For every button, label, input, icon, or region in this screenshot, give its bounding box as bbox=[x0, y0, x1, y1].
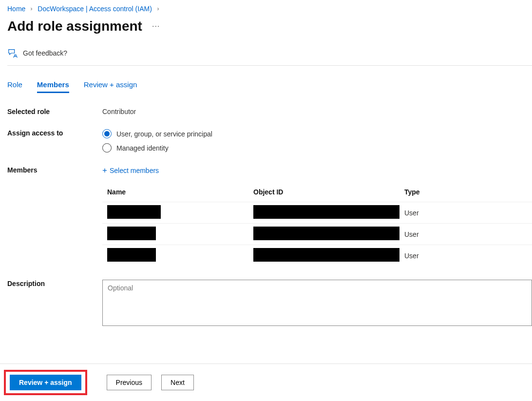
selected-role-label: Selected role bbox=[7, 108, 102, 115]
next-button[interactable]: Next bbox=[161, 375, 194, 390]
radio-managed-identity[interactable]: Managed identity bbox=[102, 143, 532, 153]
table-row[interactable]: User bbox=[102, 223, 532, 245]
review-assign-highlight: Review + assign bbox=[4, 370, 87, 395]
cell-name-redacted bbox=[107, 227, 156, 240]
tab-members[interactable]: Members bbox=[37, 80, 69, 93]
more-actions-button[interactable]: ··· bbox=[152, 22, 160, 31]
description-input[interactable] bbox=[102, 280, 532, 326]
feedback-label: Got feedback? bbox=[23, 49, 67, 57]
members-label: Members bbox=[7, 166, 102, 174]
select-members-link[interactable]: + Select members bbox=[102, 166, 159, 174]
radio-user-group-principal[interactable]: User, group, or service principal bbox=[102, 129, 532, 138]
assign-access-label: Assign access to bbox=[7, 129, 102, 137]
select-members-text: Select members bbox=[110, 167, 159, 174]
radio-unselected-icon bbox=[102, 143, 112, 153]
page-title: Add role assignment bbox=[7, 19, 142, 34]
selected-role-value: Contributor bbox=[102, 108, 532, 115]
col-header-object-id: Object ID bbox=[253, 188, 404, 196]
breadcrumb-home[interactable]: Home bbox=[7, 5, 25, 13]
review-assign-button[interactable]: Review + assign bbox=[10, 375, 81, 390]
feedback-link[interactable]: Got feedback? bbox=[7, 48, 532, 66]
table-row[interactable]: User bbox=[102, 245, 532, 266]
footer: Review + assign Previous Next bbox=[0, 363, 532, 401]
cell-objectid-redacted bbox=[253, 248, 399, 262]
previous-button[interactable]: Previous bbox=[107, 375, 152, 390]
plus-icon: + bbox=[102, 166, 107, 174]
cell-name-redacted bbox=[107, 205, 161, 219]
description-label: Description bbox=[7, 280, 102, 287]
chevron-right-icon bbox=[29, 7, 34, 11]
members-table: Name Object ID Type User User bbox=[102, 183, 532, 266]
col-header-name: Name bbox=[102, 188, 253, 196]
feedback-person-icon bbox=[7, 48, 18, 58]
cell-objectid-redacted bbox=[253, 227, 399, 240]
cell-type: User bbox=[404, 209, 502, 217]
cell-name-redacted bbox=[107, 248, 156, 262]
cell-objectid-redacted bbox=[253, 205, 399, 219]
cell-type: User bbox=[404, 252, 502, 260]
table-row[interactable]: User bbox=[102, 202, 532, 223]
breadcrumb: Home DocWorkspace | Access control (IAM) bbox=[7, 5, 532, 19]
radio-selected-icon bbox=[102, 129, 112, 138]
tabs: Role Members Review + assign bbox=[7, 80, 532, 93]
tab-role[interactable]: Role bbox=[7, 80, 22, 93]
assign-access-radio-group: User, group, or service principal Manage… bbox=[102, 129, 532, 153]
col-header-type: Type bbox=[404, 188, 502, 196]
breadcrumb-iam[interactable]: DocWorkspace | Access control (IAM) bbox=[38, 5, 152, 13]
radio-user-label: User, group, or service principal bbox=[116, 130, 212, 138]
chevron-right-icon bbox=[156, 7, 160, 11]
cell-type: User bbox=[404, 230, 502, 238]
tab-review-assign[interactable]: Review + assign bbox=[84, 80, 137, 93]
radio-managed-label: Managed identity bbox=[116, 144, 169, 152]
